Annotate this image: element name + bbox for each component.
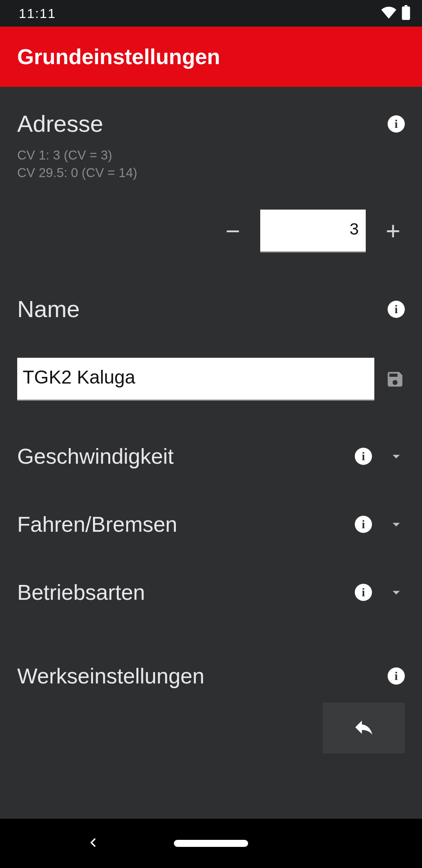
section-header-name: Name i (17, 296, 405, 323)
chevron-down-icon[interactable] (388, 516, 405, 533)
status-icons (381, 5, 410, 22)
section-factory: Werkseinstellungen i (17, 605, 405, 753)
section-title-drive-brake: Fahren/Bremsen (17, 512, 177, 537)
undo-icon (352, 716, 375, 740)
info-icon[interactable]: i (388, 115, 405, 133)
section-drive-brake[interactable]: Fahren/Bremsen i (17, 469, 405, 537)
wifi-icon (381, 6, 397, 20)
section-header-address: Adresse i (17, 110, 405, 137)
reset-button[interactable] (323, 703, 405, 753)
section-title-speed: Geschwindigkeit (17, 444, 173, 469)
section-actions-address: i (388, 115, 405, 133)
content-area: Adresse i CV 1: 3 (CV = 3) CV 29.5: 0 (C… (0, 87, 422, 819)
info-icon[interactable]: i (388, 667, 405, 685)
home-indicator[interactable] (174, 840, 248, 847)
status-bar: 11:11 (0, 0, 422, 27)
cv-info: CV 1: 3 (CV = 3) CV 29.5: 0 (CV = 14) (17, 147, 405, 181)
section-title-factory: Werkseinstellungen (17, 664, 204, 689)
address-stepper: − + (17, 210, 405, 253)
app-bar: Grundeinstellungen (0, 27, 422, 87)
info-icon[interactable]: i (355, 584, 372, 601)
chevron-down-icon[interactable] (388, 584, 405, 601)
section-title-modes: Betriebsarten (17, 580, 145, 605)
page-title: Grundeinstellungen (17, 44, 220, 69)
section-header-factory: Werkseinstellungen i (17, 664, 405, 689)
section-modes[interactable]: Betriebsarten i (17, 537, 405, 605)
decrement-button[interactable]: − (221, 217, 245, 246)
address-input[interactable] (260, 210, 366, 253)
section-actions-drive-brake: i (355, 516, 405, 533)
save-icon[interactable] (385, 369, 405, 389)
section-address: Adresse i CV 1: 3 (CV = 3) CV 29.5: 0 (C… (17, 87, 405, 253)
section-actions-name: i (388, 301, 405, 318)
increment-button[interactable]: + (381, 217, 405, 246)
svg-rect-0 (402, 6, 410, 20)
section-actions-modes: i (355, 584, 405, 601)
info-icon[interactable]: i (355, 516, 372, 533)
cv-line-2: CV 29.5: 0 (CV = 14) (17, 164, 405, 182)
section-actions-factory: i (388, 667, 405, 685)
info-icon[interactable]: i (388, 301, 405, 318)
name-input-row (17, 358, 405, 401)
svg-rect-1 (405, 5, 408, 7)
cv-line-1: CV 1: 3 (CV = 3) (17, 147, 405, 164)
reset-row (17, 703, 405, 753)
back-button[interactable] (86, 836, 100, 851)
name-input[interactable] (17, 358, 374, 401)
chevron-down-icon[interactable] (388, 448, 405, 465)
section-speed[interactable]: Geschwindigkeit i (17, 401, 405, 469)
status-time: 11:11 (19, 6, 56, 21)
section-title-address: Adresse (17, 110, 103, 137)
section-actions-speed: i (355, 448, 405, 465)
battery-icon (402, 5, 410, 22)
section-name: Name i (17, 253, 405, 401)
section-title-name: Name (17, 296, 80, 323)
info-icon[interactable]: i (355, 448, 372, 465)
navigation-bar (0, 819, 422, 868)
